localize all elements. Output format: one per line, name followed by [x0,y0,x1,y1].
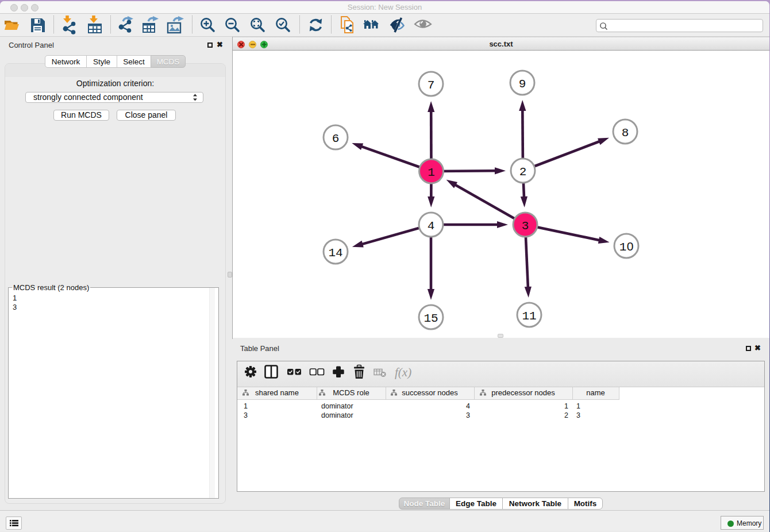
svg-text:14: 14 [328,246,342,260]
svg-text:2: 2 [519,165,527,179]
svg-text:f(x): f(x) [395,365,411,379]
svg-text:8: 8 [622,126,629,140]
svg-text:4: 4 [428,219,435,233]
svg-text:1: 1 [619,241,627,254]
svg-text:11: 11 [522,310,536,323]
svg-text:7: 7 [428,79,435,92]
svg-text:6: 6 [332,132,340,145]
svg-text:9: 9 [519,78,526,91]
svg-text:1: 1 [428,166,435,179]
svg-text:0: 0 [627,240,634,253]
svg-text:3: 3 [522,219,529,233]
svg-text:15: 15 [424,312,438,325]
